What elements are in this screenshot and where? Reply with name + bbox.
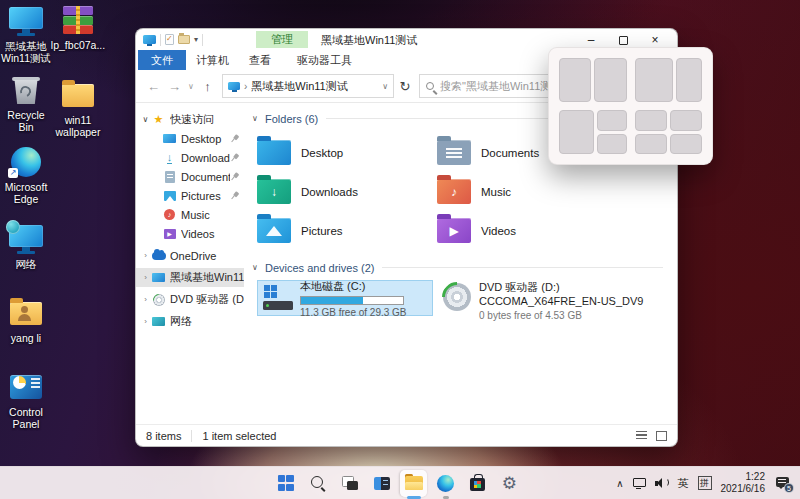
notification-center-button[interactable]: 5 xyxy=(776,477,791,490)
sidebar-item-documents[interactable]: Documents xyxy=(136,167,244,186)
desktop-icon-recycle-bin[interactable]: Recycle Bin xyxy=(0,74,52,134)
desktop-icon-user-folder[interactable]: yang li xyxy=(0,297,52,344)
edge-taskbar-button[interactable] xyxy=(432,470,459,497)
snap-zone[interactable] xyxy=(670,110,702,131)
folder-item-desktop[interactable]: Desktop xyxy=(257,133,437,172)
tab-view[interactable]: 查看 xyxy=(239,50,281,70)
folder-item-downloads[interactable]: ↓ Downloads xyxy=(257,172,437,211)
snap-zone[interactable] xyxy=(597,134,627,155)
group-header-devices[interactable]: ∨ Devices and drives (2) xyxy=(252,260,677,275)
desktop-icon-winrar-archive[interactable]: lp_fbc07a... xyxy=(52,4,104,51)
start-button[interactable] xyxy=(272,470,299,497)
forward-button[interactable]: → xyxy=(164,79,185,94)
music-folder-icon: ♪ xyxy=(437,179,471,204)
desktop-icon-this-pc[interactable]: 黑域基地 Win11测试 xyxy=(0,5,52,65)
snap-zone[interactable] xyxy=(635,134,667,155)
maximize-icon xyxy=(619,36,628,45)
snap-layout-quadrants[interactable] xyxy=(635,110,703,154)
folder-item-videos[interactable]: ▶ Videos xyxy=(437,211,617,250)
desktop-icon-win11-wallpaper[interactable]: win11 wallpaper xyxy=(52,79,104,139)
snap-zone[interactable] xyxy=(559,58,591,102)
customize-qat-chevron-icon[interactable]: ▾ xyxy=(194,35,198,44)
sidebar-item-videos[interactable]: ▶ Videos xyxy=(136,224,244,243)
tab-computer[interactable]: 计算机 xyxy=(186,50,239,70)
snap-layout-left-plus-stack[interactable] xyxy=(559,110,627,154)
address-bar[interactable]: › 黑域基地Win11测试 ∨ xyxy=(222,74,394,98)
snap-layout-two-equal[interactable] xyxy=(559,58,627,102)
divider xyxy=(202,34,203,46)
snap-zone[interactable] xyxy=(597,110,627,131)
properties-icon[interactable] xyxy=(165,34,174,45)
drive-name: 本地磁盘 (C:) xyxy=(300,279,427,294)
hard-drive-icon xyxy=(263,284,293,312)
desktop-icon-edge[interactable]: ↗ Microsoft Edge xyxy=(0,146,52,206)
snap-zone[interactable] xyxy=(670,134,702,155)
chevron-right-icon[interactable]: › xyxy=(140,273,151,282)
snap-zone[interactable] xyxy=(635,110,667,131)
close-icon: × xyxy=(651,34,658,46)
new-folder-icon[interactable] xyxy=(178,35,190,44)
large-icons-view-icon[interactable] xyxy=(656,431,667,441)
chevron-right-icon[interactable]: › xyxy=(140,317,151,326)
chevron-down-icon[interactable]: ∨ xyxy=(252,263,265,272)
chevron-right-icon[interactable]: › xyxy=(140,251,151,260)
task-view-button[interactable] xyxy=(336,470,363,497)
chevron-down-icon[interactable]: ∨ xyxy=(140,115,151,124)
sidebar-item-network[interactable]: › 网络 xyxy=(136,312,244,331)
this-pc-icon xyxy=(228,82,240,90)
sidebar-item-downloads[interactable]: ↓ Downloads xyxy=(136,148,244,167)
ime-language-indicator[interactable]: 英 xyxy=(678,476,689,491)
chevron-right-icon[interactable]: › xyxy=(140,295,151,304)
desktop-icon-label: 网络 xyxy=(16,258,37,270)
downloads-folder-icon: ↓ xyxy=(257,179,291,204)
clock-time: 1:22 xyxy=(721,471,766,484)
chevron-down-icon[interactable]: ∨ xyxy=(252,114,265,123)
sidebar-item-onedrive[interactable]: › OneDrive xyxy=(136,246,244,265)
address-dropdown-chevron-icon[interactable]: ∨ xyxy=(382,82,388,91)
ime-mode-indicator[interactable]: 拼 xyxy=(698,476,712,490)
folder-item-pictures[interactable]: Pictures xyxy=(257,211,437,250)
settings-button[interactable]: ⚙ xyxy=(496,470,523,497)
divider xyxy=(191,430,192,442)
sidebar-item-this-pc[interactable]: › 黑域基地Win11测试 xyxy=(136,268,244,287)
snap-zone[interactable] xyxy=(676,58,702,102)
hidden-icons-chevron-icon[interactable]: ∧ xyxy=(616,478,623,489)
sidebar-item-pictures[interactable]: Pictures xyxy=(136,186,244,205)
sidebar-item-dvd-drive[interactable]: › DVD 驱动器 (D:) CCC xyxy=(136,290,244,309)
refresh-button[interactable]: ↻ xyxy=(394,79,416,94)
breadcrumb-separator: › xyxy=(244,81,247,92)
taskbar-search-button[interactable] xyxy=(304,470,331,497)
snap-zone[interactable] xyxy=(594,58,626,102)
file-explorer-taskbar-button[interactable] xyxy=(400,470,427,497)
snap-zone[interactable] xyxy=(559,110,594,154)
edge-icon xyxy=(437,475,454,492)
control-panel-icon xyxy=(8,371,44,403)
details-view-icon[interactable] xyxy=(636,431,647,440)
back-button[interactable]: ← xyxy=(143,79,164,94)
microsoft-store-button[interactable] xyxy=(464,470,491,497)
desktop-icon-network[interactable]: 网络 xyxy=(0,223,52,270)
drive-item-dvd[interactable]: DVD 驱动器 (D:) CCCOMA_X64FRE_EN-US_DV9 0 b… xyxy=(443,280,643,321)
widgets-button[interactable] xyxy=(368,470,395,497)
up-button[interactable]: ↑ xyxy=(197,79,218,94)
drive-free-space: 11.3 GB free of 29.3 GB xyxy=(300,307,427,318)
sidebar-item-quick-access[interactable]: ∨ ★ 快速访问 xyxy=(136,110,244,129)
snap-zone[interactable] xyxy=(635,58,673,102)
sidebar-item-desktop[interactable]: Desktop xyxy=(136,129,244,148)
drive-item-c-selected[interactable]: 本地磁盘 (C:) 11.3 GB free of 29.3 GB xyxy=(257,280,433,316)
tab-file[interactable]: 文件 xyxy=(138,50,186,70)
breadcrumb-location[interactable]: 黑域基地Win11测试 xyxy=(251,79,378,94)
file-explorer-icon xyxy=(404,476,422,490)
pin-icon xyxy=(228,151,241,164)
volume-tray-icon[interactable] xyxy=(655,477,669,489)
folder-item-music[interactable]: ♪ Music xyxy=(437,172,617,211)
snap-layout-two-wide-left[interactable] xyxy=(635,58,703,102)
recent-locations-chevron-icon[interactable]: ∨ xyxy=(185,82,197,91)
network-tray-icon[interactable] xyxy=(633,478,646,487)
taskbar-clock[interactable]: 1:22 2021/6/16 xyxy=(721,471,766,496)
music-icon: ♪ xyxy=(164,209,175,220)
tab-drive-tools[interactable]: 驱动器工具 xyxy=(287,50,362,70)
dvd-disc-icon xyxy=(443,283,471,311)
sidebar-item-music[interactable]: ♪ Music xyxy=(136,205,244,224)
desktop-icon-control-panel[interactable]: Control Panel xyxy=(0,371,52,431)
